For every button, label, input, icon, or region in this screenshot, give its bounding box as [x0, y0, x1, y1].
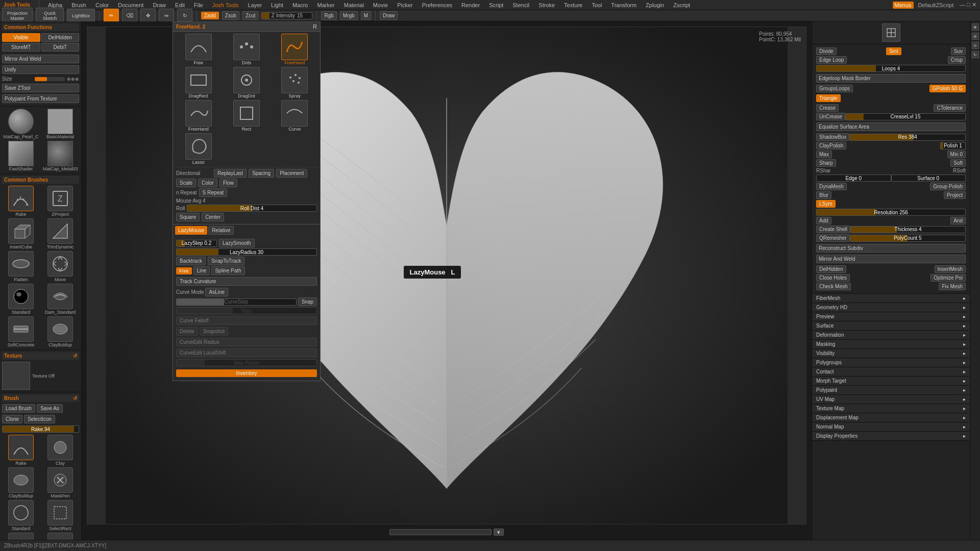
creaselvl-slider[interactable]: CreaseLvl 15 — [845, 113, 966, 120]
menu-script[interactable]: Script — [487, 2, 505, 8]
menu-texture[interactable]: Texture — [562, 2, 584, 8]
lazymouse-tab[interactable]: LazyMouse — [175, 226, 207, 235]
gpolish-btn[interactable]: GPolish 50 G — [929, 85, 966, 92]
dynamesh-btn[interactable]: DynaMesh — [816, 183, 847, 190]
shadowbox-btn[interactable]: ShadowBox — [816, 133, 849, 141]
center-btn[interactable]: Center — [202, 213, 224, 221]
add-btn[interactable]: Add — [816, 217, 831, 224]
brush-zproject[interactable]: Z ZProject — [41, 186, 79, 217]
menu-tool[interactable]: Tool — [590, 2, 603, 8]
qremesher-btn[interactable]: QRemesher — [816, 234, 850, 242]
inventory-btn[interactable]: Inventory — [176, 369, 317, 377]
menu-zplugin[interactable]: Zplugin — [644, 2, 666, 8]
popup-brush-dots[interactable]: Dots — [223, 34, 270, 65]
zcut-btn[interactable]: Zcut — [242, 11, 258, 20]
brush-dam-standard[interactable]: Dam_Standard — [41, 284, 79, 315]
texture-reload-icon[interactable]: ↺ — [73, 353, 77, 359]
menu-file[interactable]: File — [192, 2, 205, 8]
menu-draw[interactable]: Draw — [151, 2, 167, 8]
menu-render[interactable]: Render — [460, 2, 481, 8]
current-brush-rake[interactable]: Rake — [2, 435, 40, 466]
popup-brush-freehand2[interactable]: FreeHand — [175, 100, 222, 132]
polycount-slider[interactable]: PolyCount 5 — [850, 235, 966, 242]
size-slider[interactable] — [35, 77, 65, 81]
section-header-surface[interactable]: Surface ▸ — [812, 321, 970, 330]
menu-color[interactable]: Color — [94, 2, 110, 8]
section-header-displacement-map[interactable]: Displacement Map ▸ — [812, 413, 970, 422]
section-header-texture-map[interactable]: Texture Map ▸ — [812, 404, 970, 413]
brush-trimdynamic[interactable]: TrimDynamic — [41, 218, 79, 249]
rake-slider[interactable]: Rake. 94 — [2, 425, 79, 433]
section-header-geometry-hd[interactable]: Geometry HD ▸ — [812, 303, 970, 312]
section-header-masking[interactable]: Masking ▸ — [812, 340, 970, 348]
popup-brush-curve[interactable]: Curve — [272, 100, 318, 132]
divide-btn[interactable]: Divide — [816, 47, 837, 55]
brush-flatten[interactable]: Flatten — [2, 251, 40, 282]
groupsloops-btn[interactable]: GroupsLoops — [816, 85, 853, 92]
scale-color-btn[interactable]: Scale — [176, 179, 196, 187]
mirror-weld-right-btn[interactable]: Mirror And Weld — [816, 255, 966, 263]
polypaint-texture-btn[interactable]: Polypaint From Texture — [2, 94, 79, 103]
material-item4[interactable]: MatCap_Metal03 — [41, 141, 79, 171]
relative-tab[interactable]: Relative — [208, 226, 234, 235]
delhidden-right-btn[interactable]: DelHidden — [816, 265, 846, 273]
edgeloop-mask-btn[interactable]: Edgeloop Mask Border — [816, 74, 966, 83]
section-header-polypaint[interactable]: Polypaint ▸ — [812, 386, 970, 394]
crisp-btn[interactable]: Crisp — [948, 56, 966, 64]
triangle-btn[interactable]: Triangle — [816, 94, 841, 102]
blur-btn[interactable]: Blur — [816, 191, 831, 199]
max-btn[interactable]: Max — [816, 151, 832, 158]
brush-header[interactable]: Brush ↺ — [2, 394, 79, 402]
common-functions-header[interactable]: Common Functions — [2, 23, 79, 31]
menu-edit[interactable]: Edit — [174, 2, 186, 8]
current-brush-selectrect[interactable]: SelectRect — [41, 500, 79, 531]
soft-btn[interactable]: Soft — [950, 159, 966, 167]
free-btn[interactable]: Free — [176, 267, 192, 274]
menu-material[interactable]: Material — [342, 2, 365, 8]
menu-document[interactable]: Document — [116, 2, 145, 8]
lightbox-btn[interactable]: LightBox — [67, 9, 95, 23]
optimize-btn[interactable]: Optimize Poi — [930, 274, 966, 282]
backtrack-btn[interactable]: Backtrack — [176, 257, 206, 265]
group-polish-btn[interactable]: Group Polish — [930, 183, 966, 190]
scroll-bar[interactable]: ▾ — [389, 529, 504, 536]
create-shell-btn[interactable]: Create Shell — [816, 226, 850, 233]
canvas-area[interactable]: Points: 80,954 PointC: 13,362 Mil LazyMo… — [82, 21, 812, 540]
menu-layer[interactable]: Layer — [247, 2, 264, 8]
lazysmooth-btn[interactable]: LazySmooth — [219, 239, 255, 247]
menu-preferences[interactable]: Preferences — [421, 2, 454, 8]
menu-picker[interactable]: Picker — [396, 2, 414, 8]
common-brushes-header[interactable]: Common Brushes — [2, 176, 79, 184]
curveedit-radius-btn[interactable]: CurveEdit Radius — [176, 338, 317, 346]
menu-macro[interactable]: Macro — [291, 2, 310, 8]
edge-slider[interactable]: Edge 0 — [816, 174, 891, 182]
ctolerance-btn[interactable]: CTolerance — [934, 104, 966, 112]
brush-rake[interactable]: Rake — [2, 186, 40, 217]
claypolish-btn[interactable]: ClayPolish — [816, 142, 846, 149]
section-header-uv-map[interactable]: UV Map ▸ — [812, 395, 970, 404]
color-btn[interactable]: Color — [198, 179, 217, 187]
smt-btn[interactable]: Smt — [886, 47, 901, 55]
section-header-morph-target[interactable]: Morph Target ▸ — [812, 377, 970, 385]
popup-brush-lasso[interactable]: Lasso — [175, 133, 222, 165]
surface-slider[interactable]: Surface 0 — [891, 174, 966, 182]
visible-btn[interactable]: Visible — [2, 33, 40, 42]
menu-movie[interactable]: Movie — [372, 2, 389, 8]
select-icon-btn[interactable]: SelectIcon — [24, 415, 55, 423]
m-btn[interactable]: M — [361, 11, 371, 20]
mini-btn-2[interactable]: ⊖ — [972, 33, 979, 40]
rgb-btn[interactable]: Rgb — [321, 11, 336, 20]
polish-slider[interactable]: Polish 1 — [940, 142, 966, 149]
snap-btn[interactable]: Snap — [298, 297, 317, 306]
line-btn[interactable]: Line — [193, 266, 210, 275]
s-repeat-btn[interactable]: S Repeat — [199, 188, 228, 197]
texture-header[interactable]: Texture ↺ — [2, 352, 79, 360]
maxpoints-slider[interactable]: Max Points — [176, 359, 317, 366]
section-header-display-properties[interactable]: Display Properties ▸ — [812, 432, 970, 440]
menu-marker[interactable]: Marker — [315, 2, 336, 8]
rotate-canvas-btn[interactable]: ↻ — [177, 9, 192, 23]
section-header-contact[interactable]: Contact ▸ — [812, 367, 970, 376]
menu-stroke[interactable]: Stroke — [537, 2, 556, 8]
clone-btn[interactable]: Clone — [2, 415, 22, 423]
spacing-btn[interactable]: Spacing — [249, 169, 274, 178]
